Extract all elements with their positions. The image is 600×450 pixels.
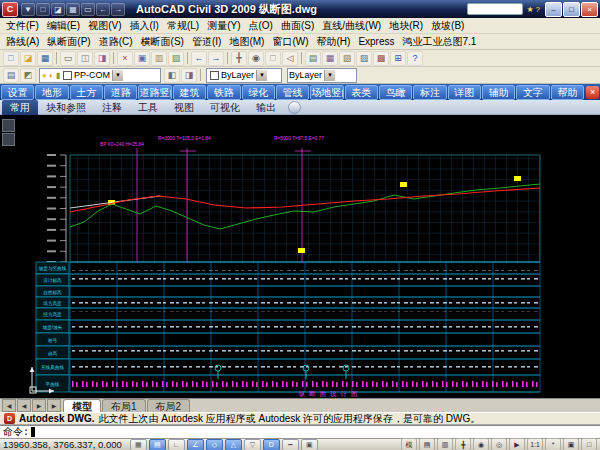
ribbon-tab-5[interactable]: 可视化 xyxy=(202,100,248,115)
palette-icon[interactable] xyxy=(2,133,15,146)
status-toggle-polar[interactable]: ∠ xyxy=(187,439,204,450)
menu-row1-item-3[interactable]: 插入(I) xyxy=(125,19,162,33)
hongye-menu-16[interactable]: 帮助 xyxy=(551,85,584,100)
status-pan-icon[interactable]: ╋ xyxy=(455,438,471,450)
status-toggle-ortho[interactable]: ∟ xyxy=(168,439,185,450)
menu-row1-item-6[interactable]: 点(O) xyxy=(245,19,277,33)
infocenter-search-input[interactable] xyxy=(467,3,523,15)
hongye-menu-4[interactable]: 道路竖向 xyxy=(138,85,171,100)
menu-browser-icon[interactable]: ▼ xyxy=(21,3,35,16)
redo-icon[interactable]: → xyxy=(111,3,125,16)
hongye-menu-5[interactable]: 建筑 xyxy=(173,85,206,100)
ribbon-tab-3[interactable]: 工具 xyxy=(130,100,166,115)
properties-icon[interactable]: ▤ xyxy=(305,51,321,66)
hongye-menu-1[interactable]: 地形 xyxy=(35,85,68,100)
menu-row2-item-6[interactable]: 窗口(W) xyxy=(268,35,312,49)
status-steering-wheel-icon[interactable]: ◎ xyxy=(491,438,507,450)
palette-icon[interactable] xyxy=(2,119,15,132)
ribbon-tab-6[interactable]: 输出 xyxy=(248,100,284,115)
markup-set-manager-icon[interactable]: ▩ xyxy=(373,51,389,66)
status-toggle-snap[interactable]: ▦ xyxy=(130,439,147,450)
save-icon[interactable]: ▦ xyxy=(66,3,80,16)
menu-row2-item-5[interactable]: 地图(M) xyxy=(225,35,268,49)
status-zoom-icon[interactable]: ◉ xyxy=(473,438,489,450)
layer-dropdown[interactable]: ● ◐ ▮ PP-COM ▼ xyxy=(39,68,161,83)
status-toggle-grid[interactable]: ▤ xyxy=(149,439,166,450)
menu-row1-item-10[interactable]: 放坡(B) xyxy=(427,19,468,33)
drawing-area[interactable]: 坡度与竖曲线设计标高自然标高填方高度挖方高度坡度/坡长桩号超高直线及曲线平曲线B… xyxy=(0,115,600,398)
status-annotation-scale-icon[interactable]: 1:1 xyxy=(527,438,543,450)
hongye-menu-10[interactable]: 表类 xyxy=(345,85,378,100)
color-dropdown[interactable]: ByLayer ▼ xyxy=(206,68,282,83)
infocenter-help-icon[interactable]: ? xyxy=(536,5,540,14)
linetype-dropdown-arrow-icon[interactable]: ▼ xyxy=(324,70,335,81)
undo-icon[interactable]: ← xyxy=(96,3,110,16)
layout-tab-nav-icon[interactable]: ◀ xyxy=(17,399,31,412)
minimize-button[interactable]: – xyxy=(545,2,562,17)
layout-tab-0[interactable]: 模型 xyxy=(63,399,101,413)
ribbon-minimize-icon[interactable] xyxy=(288,101,301,114)
ribbon-tab-2[interactable]: 注释 xyxy=(94,100,130,115)
status-show-motion-icon[interactable]: ▶ xyxy=(509,438,525,450)
layout-tab-nav-icon[interactable]: ▶ xyxy=(47,399,61,412)
status-toolbar-lock-icon[interactable]: ▣ xyxy=(563,438,579,450)
open-icon[interactable]: ◪ xyxy=(20,51,36,66)
command-line[interactable]: 命令: xyxy=(0,425,600,438)
design-center-icon[interactable]: ▦ xyxy=(322,51,338,66)
hongye-menu-12[interactable]: 标注 xyxy=(413,85,446,100)
layer-previous-icon[interactable]: ◨ xyxy=(181,68,197,83)
menu-row2-item-1[interactable]: 纵断面(P) xyxy=(43,35,94,49)
ribbon-tab-1[interactable]: 块和参照 xyxy=(38,100,94,115)
status-toggle-osnap[interactable]: ◇ xyxy=(206,439,223,450)
menu-row1-item-5[interactable]: 测量(Y) xyxy=(203,19,244,33)
status-model-space-icon[interactable]: 模 xyxy=(401,438,417,450)
close-button[interactable]: × xyxy=(581,2,598,17)
status-toggle-otrack[interactable]: △ xyxy=(225,439,242,450)
linetype-dropdown[interactable]: ByLayer ▼ xyxy=(287,68,357,83)
cut-icon[interactable]: × xyxy=(117,51,133,66)
status-toggle-qp[interactable]: ▣ xyxy=(301,439,318,450)
status-toggle-dyn[interactable]: D xyxy=(263,439,280,450)
pan-icon[interactable]: ╋ xyxy=(231,51,247,66)
hongye-menu-11[interactable]: 鸟瞰 xyxy=(379,85,412,100)
hongye-menu-9[interactable]: 场地竖向 xyxy=(310,85,343,100)
plot-icon[interactable]: ▭ xyxy=(60,51,76,66)
open-icon[interactable]: ◪ xyxy=(51,3,65,16)
layout-tab-nav-icon[interactable]: ◀ xyxy=(2,399,16,412)
make-object-layer-current-icon[interactable]: ◧ xyxy=(164,68,180,83)
infocenter-star-icon[interactable]: ★ xyxy=(526,5,533,14)
hongye-menu-15[interactable]: 文字 xyxy=(516,85,549,100)
plot-preview-icon[interactable]: ◫ xyxy=(77,51,93,66)
hongye-menu-3[interactable]: 道路 xyxy=(104,85,137,100)
status-clean-screen-icon[interactable]: □ xyxy=(581,438,597,450)
menu-row1-item-8[interactable]: 直线/曲线(W) xyxy=(318,19,385,33)
zoom-realtime-icon[interactable]: ◉ xyxy=(248,51,264,66)
new-icon[interactable]: □ xyxy=(3,51,19,66)
status-quick-view-drawings-icon[interactable]: ▥ xyxy=(437,438,453,450)
menu-row1-item-9[interactable]: 地块(R) xyxy=(385,19,427,33)
layout-tab-1[interactable]: 布局1 xyxy=(102,399,146,413)
hongye-menu-14[interactable]: 辅助 xyxy=(482,85,515,100)
status-toggle-lwt[interactable]: ━ xyxy=(282,439,299,450)
help-icon[interactable]: ? xyxy=(407,51,423,66)
save-icon[interactable]: ▦ xyxy=(37,51,53,66)
layout-tab-nav-icon[interactable]: ▶ xyxy=(32,399,46,412)
drawing-canvas[interactable]: 坡度与竖曲线设计标高自然标高填方高度挖方高度坡度/坡长桩号超高直线及曲线平曲线B… xyxy=(0,115,600,398)
menu-row2-item-8[interactable]: Express xyxy=(354,36,398,47)
status-toggle-ducs[interactable]: ▽ xyxy=(244,439,261,450)
hongye-menu-13[interactable]: 详图 xyxy=(448,85,481,100)
menu-row2-item-0[interactable]: 路线(A) xyxy=(2,35,43,49)
menu-row2-item-4[interactable]: 管道(I) xyxy=(188,35,225,49)
menu-row1-item-4[interactable]: 常规(L) xyxy=(163,19,203,33)
undo-icon[interactable]: ← xyxy=(191,51,207,66)
zoom-window-icon[interactable]: □ xyxy=(265,51,281,66)
hongye-menu-6[interactable]: 铁路 xyxy=(207,85,240,100)
menu-row2-item-3[interactable]: 横断面(S) xyxy=(137,35,188,49)
ribbon-tab-4[interactable]: 视图 xyxy=(166,100,202,115)
redo-icon[interactable]: → xyxy=(208,51,224,66)
sheet-set-manager-icon[interactable]: ▨ xyxy=(356,51,372,66)
menu-row2-item-9[interactable]: 鸿业工业总图7.1 xyxy=(399,35,481,49)
app-logo-icon[interactable]: C xyxy=(2,2,18,17)
plot-icon[interactable]: ▭ xyxy=(81,3,95,16)
hongye-close-icon[interactable]: × xyxy=(586,86,599,99)
